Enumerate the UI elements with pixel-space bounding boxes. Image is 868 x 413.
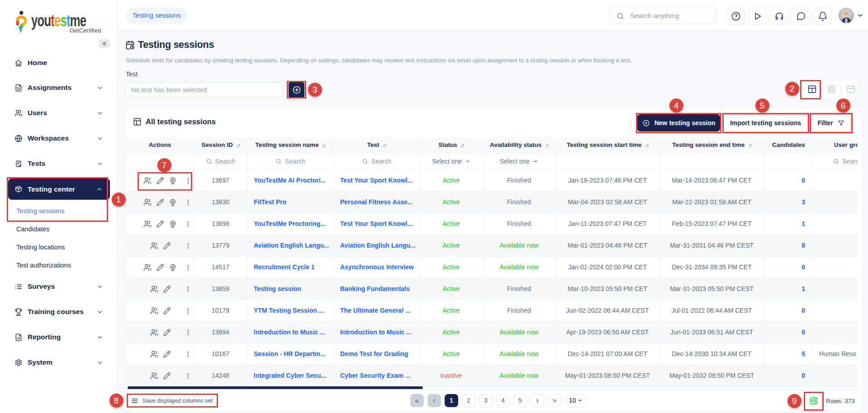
- svg-text:GetCertified: GetCertified: [70, 27, 101, 34]
